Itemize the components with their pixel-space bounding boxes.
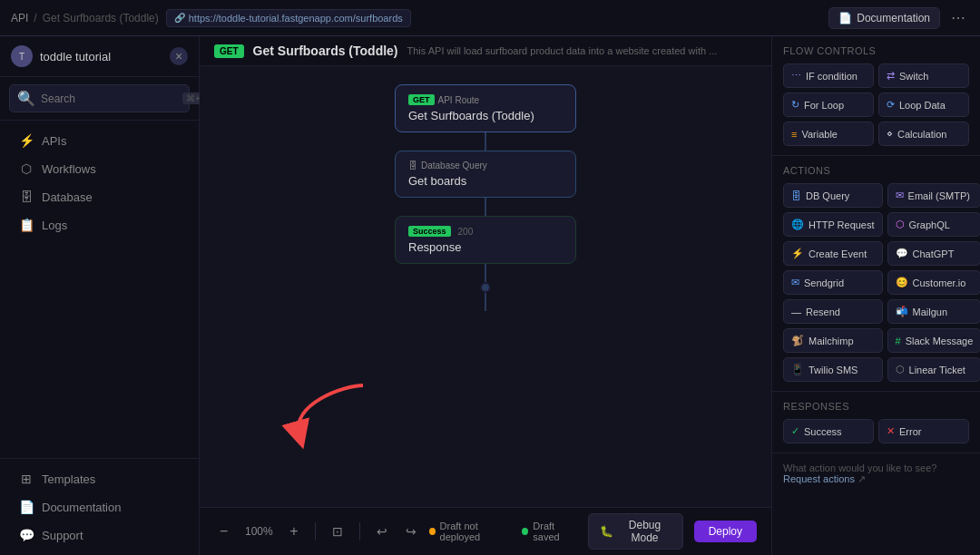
redo-button[interactable]: ↪ [400,521,422,542]
documentation-button[interactable]: 📄 Documentation [828,7,940,29]
slack-message-label: Slack Message [906,336,974,346]
breadcrumb: API / Get Surfboards (Toddle) [11,12,159,24]
topbar: API / Get Surfboards (Toddle) 🔗 https://… [0,0,980,36]
sendgrid-button[interactable]: ✉ Sendgrid [783,270,883,295]
db-query-action-label: DB Query [806,190,849,201]
actions-grid: 🗄 DB Query ✉ Email (SMTP) 🌐 HTTP Request… [783,183,969,382]
switch-button[interactable]: ⇄ Switch [878,63,969,88]
sidebar-header: T toddle tutorial × [0,36,199,77]
linear-ticket-label: Linear Ticket [909,365,965,375]
variable-button[interactable]: ≡ Variable [783,122,874,146]
sendgrid-label: Sendgrid [804,278,844,288]
canvas[interactable]: GET API Route Get Surfboards (Toddle) 🗄 … [200,66,771,507]
sidebar-item-label-apis: APIs [42,134,66,148]
success-response-button[interactable]: ✓ Success [783,419,874,443]
switch-label: Switch [899,71,928,82]
breadcrumb-api[interactable]: API [11,12,28,24]
if-condition-icon: ⋯ [791,70,801,82]
create-event-label: Create Event [808,248,867,259]
for-loop-button[interactable]: ↻ For Loop [783,92,874,117]
twilio-sms-label: Twilio SMS [808,365,858,375]
sidebar-item-documentation[interactable]: 📄 Documentation [5,493,193,521]
avatar: T [11,45,33,67]
chatgpt-icon: 💬 [896,248,908,259]
mailgun-button[interactable]: 📬 Mailgun [887,299,980,324]
mailchimp-button[interactable]: 🐒 Mailchimp [783,328,883,353]
email-smtp-label: Email (SMTP) [908,190,970,201]
undo-button[interactable]: ↩ [371,521,393,542]
success-response-label: Success [804,426,842,437]
loop-data-button[interactable]: ⟳ Loop Data [878,92,969,117]
apis-icon: ⚡ [18,133,34,148]
chatgpt-label: ChatGPT [913,248,955,259]
resend-button[interactable]: — Resend [783,299,883,324]
resend-label: Resend [806,307,840,317]
status-area: Draft not deployed Draft saved 🐛 Debug M… [429,513,757,550]
deploy-button[interactable]: Deploy [694,521,757,542]
http-request-icon: 🌐 [791,219,804,230]
loop-data-icon: ⟳ [887,99,895,111]
warning-dot [429,528,436,535]
create-event-button[interactable]: ⚡ Create Event [783,241,883,266]
db-query-action-button[interactable]: 🗄 DB Query [783,183,883,208]
chatgpt-button[interactable]: 💬 ChatGPT [887,241,980,266]
customerio-icon: 😊 [896,277,908,288]
sidebar-close-button[interactable]: × [170,47,188,65]
variable-label: Variable [801,129,838,140]
zoom-in-button[interactable]: + [284,521,303,541]
graphql-button[interactable]: ⬡ GraphQL [887,212,980,237]
sidebar-item-workflows[interactable]: ⬡ Workflows [5,155,193,182]
api-route-title: Get Surfboards (Toddle) [408,109,563,122]
sidebar-item-label-logs: Logs [42,219,67,232]
responses-section: Responses ✓ Success ✕ Error [772,392,980,453]
success-code: 200 [458,227,474,237]
db-query-title: Get boards [408,174,563,188]
http-request-button[interactable]: 🌐 HTTP Request [783,212,883,237]
canvas-toolbar: − 100% + ⊡ ↩ ↪ Draft not deployed Draft … [200,507,771,555]
sidebar-item-support[interactable]: 💬 Support [5,521,193,549]
request-actions-link[interactable]: Request actions [783,473,855,484]
api-description: This API will load surfboard product dat… [407,45,757,56]
sidebar-item-database[interactable]: 🗄 Database [5,183,193,210]
debug-mode-button[interactable]: 🐛 Debug Mode [588,513,682,550]
email-smtp-button[interactable]: ✉ Email (SMTP) [887,183,980,208]
sidebar-item-logs[interactable]: 📋 Logs [5,211,193,239]
zoom-out-button[interactable]: − [214,521,233,541]
db-query-action-icon: 🗄 [791,190,801,201]
connector-2 [485,198,486,216]
sidebar-item-templates[interactable]: ⊞ Templates [5,465,193,492]
resend-icon: — [791,307,801,317]
response-title: Response [408,240,563,254]
url-bar[interactable]: 🔗 https://toddle-tutorial.fastgenapp.com… [166,9,411,27]
db-label: Database Query [421,161,487,170]
logs-icon: 📋 [18,218,34,232]
fit-button[interactable]: ⊡ [327,521,348,542]
search-input[interactable] [41,92,177,105]
more-options-button[interactable]: ⋯ [947,9,969,26]
twilio-sms-button[interactable]: 📱 Twilio SMS [783,357,883,382]
slack-message-button[interactable]: # Slack Message [887,328,980,353]
if-condition-button[interactable]: ⋯ IF condition [783,63,874,88]
database-icon: 🗄 [18,190,34,204]
documentation-icon: 📄 [18,500,34,514]
workflows-icon: ⬡ [18,161,34,176]
response-node[interactable]: Success 200 Response [395,216,576,264]
breadcrumb-page[interactable]: Get Surfboards (Toddle) [43,12,159,24]
if-condition-label: IF condition [806,71,858,82]
search-icon: 🔍 [17,90,35,107]
sendgrid-icon: ✉ [791,277,799,288]
customerio-button[interactable]: 😊 Customer.io [887,270,980,295]
api-route-node[interactable]: GET API Route Get Surfboards (Toddle) [395,84,576,132]
toolbar-separator [315,522,316,540]
calculation-button[interactable]: ⋄ Calculation [878,122,969,146]
responses-grid: ✓ Success ✕ Error [783,419,969,443]
linear-ticket-button[interactable]: ⬡ Linear Ticket [887,357,980,382]
error-response-button[interactable]: ✕ Error [878,419,969,443]
breadcrumb-sep: / [34,12,36,24]
actions-title: Actions [783,165,969,176]
actions-section: Actions 🗄 DB Query ✉ Email (SMTP) 🌐 HTTP… [772,156,980,392]
db-query-node[interactable]: 🗄 Database Query Get boards [395,151,576,198]
sidebar-item-apis[interactable]: ⚡ APIs [5,127,193,154]
sidebar-item-label-workflows: Workflows [42,162,96,176]
doc-icon: 📄 [838,12,852,24]
